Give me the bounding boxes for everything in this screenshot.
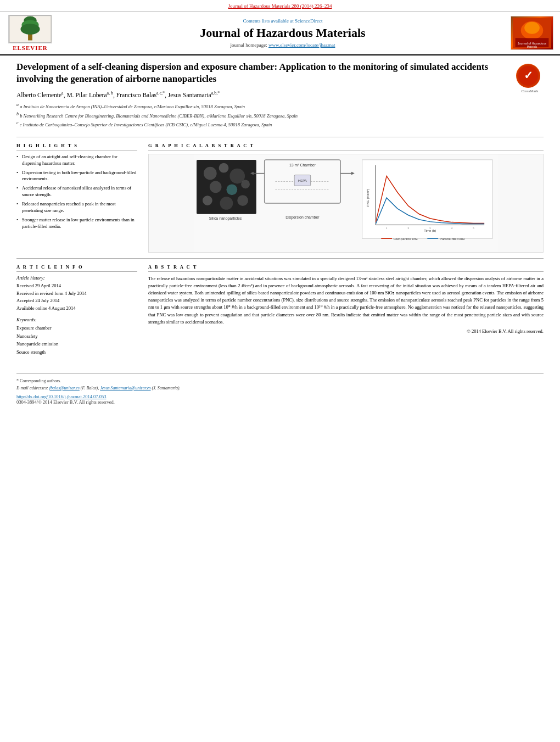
abstract-heading: A B S T R A C T [148,264,544,272]
svg-point-17 [204,166,217,180]
author-lobera: M. Pilar Lobera [66,92,107,98]
footer-section: * Corresponding authors. E-mail addresse… [16,373,544,410]
email-balas[interactable]: fbalas@unizar.es [49,386,80,390]
highlights-column: H I G H L I G H T S Design of an airtigh… [16,143,137,253]
affiliation-b: b b Networking Research Centre for Bioen… [16,111,511,120]
email-santamaria[interactable]: Jesus.Santamaria@unizar.es [100,386,150,390]
received-date: Received 29 April 2014 [16,283,137,289]
crossmark-logo: ✓ CrossMark [516,64,544,93]
journal-reference-link[interactable]: Journal of Hazardous Materials 280 (2014… [228,3,332,9]
doi-line: http://dx.doi.org/10.1016/j.jhazmat.2014… [16,394,544,399]
abstract-section: A B S T R A C T The release of hazardous… [148,264,544,357]
svg-point-23 [203,196,212,205]
svg-point-21 [226,184,237,195]
article-title: Development of a self-cleaning dispersio… [16,61,511,85]
journal-reference: Journal of Hazardous Materials 280 (2014… [0,0,560,12]
keywords-label: Keywords: [16,317,37,322]
svg-text:Dispersion chamber: Dispersion chamber [285,215,320,219]
svg-point-22 [241,180,250,188]
svg-text:13 m³ Chamber: 13 m³ Chamber [289,163,316,167]
svg-point-4 [20,24,40,35]
keyword-2: Nanosafety [16,333,137,340]
svg-point-24 [220,197,233,210]
svg-point-25 [237,195,248,206]
article-info-column: A R T I C L E I N F O Article history: R… [16,264,137,357]
graphical-abstract-image: Silica nanoparticles 13 m³ Chamber [148,154,544,253]
svg-text:Journal of Hazardous: Journal of Hazardous [518,42,547,45]
svg-text:✓: ✓ [524,69,533,81]
highlight-item-2: Dispersion testing in both low-particle … [16,170,137,183]
article-info-abstract-row: A R T I C L E I N F O Article history: R… [16,258,544,357]
footnote-star: * Corresponding authors. [16,378,544,383]
sciencedirect-link[interactable]: ScienceDirect [295,18,322,24]
keywords-section: Keywords: Exposure chamber Nanosafety Na… [16,316,137,356]
affiliation-c: c c Instituto de Carboquímica–Consejo Su… [16,120,511,129]
abstract-text: The release of hazardous nanoparticulate… [148,275,544,326]
article-history: Article history: Received 29 April 2014 … [16,275,137,312]
journal-homepage: journal homepage: www.elsevier.com/locat… [60,42,505,48]
available-date: Available online 4 August 2014 [16,305,137,312]
svg-text:Low-particle env.: Low-particle env. [394,237,418,241]
author-santamaria: Jesus Santamaria [168,92,211,98]
issn-line: 0304-3894/© 2014 Elsevier B.V. All right… [16,399,544,405]
svg-text:HEPA: HEPA [298,179,307,182]
author-balas: Francisco Balas [116,92,156,98]
svg-text:Materials: Materials [527,46,537,48]
highlight-item-1: Design of an airtight and self-cleaning … [16,154,137,167]
elsevier-label: ELSEVIER [13,44,48,51]
elsevier-tree-image [8,15,52,43]
highlight-item-5: Stronger matter release in low-particle … [16,217,137,230]
journal-center: Contents lists available at ScienceDirec… [60,18,505,48]
article-title-section: Development of a self-cleaning dispersio… [16,61,544,132]
received-revised-date: Received in revised form 4 July 2014 [16,291,137,297]
history-label: Article history: [16,275,45,281]
keyword-3: Nanoparticle emission [16,341,137,348]
authors-line: Alberto Clementea, M. Pilar Loberaa, b, … [16,91,511,98]
highlights-graphical-row: H I G H L I G H T S Design of an airtigh… [16,137,544,253]
highlight-item-4: Released nanoparticles reached a peak in… [16,201,137,214]
accepted-date: Accepted 24 July 2014 [16,298,137,304]
svg-rect-1 [28,34,32,41]
highlight-item-3: Accidental release of nanosized silica a… [16,185,137,198]
svg-text:Silica nanoparticles: Silica nanoparticles [209,216,242,220]
contents-available: Contents lists available at ScienceDirec… [60,18,505,24]
crossmark-image: ✓ [516,64,540,88]
doi-link[interactable]: http://dx.doi.org/10.1016/j.jhazmat.2014… [16,394,106,399]
svg-point-18 [219,163,229,173]
journal-title: Journal of Hazardous Materials [60,26,505,40]
article-title-text: Development of a self-cleaning dispersio… [16,61,511,129]
crossmark-label: CrossMark [516,89,544,93]
elsevier-logo-left: ELSEVIER [5,15,55,51]
affiliations: a a Instituto de Nanociencia de Aragon (… [16,102,511,129]
svg-point-8 [524,22,540,34]
svg-text:PNC (#/cm³): PNC (#/cm³) [366,188,369,207]
main-content: Development of a self-cleaning dispersio… [0,55,560,416]
highlights-list: Design of an airtight and self-cleaning … [16,154,137,230]
hazardous-logo-image: Journal of Hazardous Materials [511,16,553,50]
svg-point-20 [210,181,222,193]
page: Journal of Hazardous Materials 280 (2014… [0,0,560,742]
copyright-line: © 2014 Elsevier B.V. All rights reserved… [148,328,544,334]
article-info-heading: A R T I C L E I N F O [16,264,137,272]
highlights-heading: H I G H L I G H T S [16,143,137,150]
graphical-abstract-column: G R A P H I C A L A B S T R A C T [148,143,544,253]
journal-header: ELSEVIER Contents lists available at Sci… [0,12,560,55]
graphical-abstract-heading: G R A P H I C A L A B S T R A C T [148,143,544,150]
homepage-link[interactable]: www.elsevier.com/locate/jhazmat [268,42,335,48]
abstract-paragraph: The release of hazardous nanoparticulate… [148,275,544,326]
keyword-4: Source strength [16,349,137,356]
author-clemente: Alberto Clemente [16,92,61,98]
affiliation-a: a a Instituto de Nanociencia de Aragon (… [16,102,511,110]
keyword-1: Exposure chamber [16,325,137,332]
journal-logo-right: Journal of Hazardous Materials [511,16,555,50]
svg-text:Particle-filled env.: Particle-filled env. [440,237,466,241]
footnote-email: E-mail addresses: fbalas@unizar.es (F. B… [16,386,544,390]
